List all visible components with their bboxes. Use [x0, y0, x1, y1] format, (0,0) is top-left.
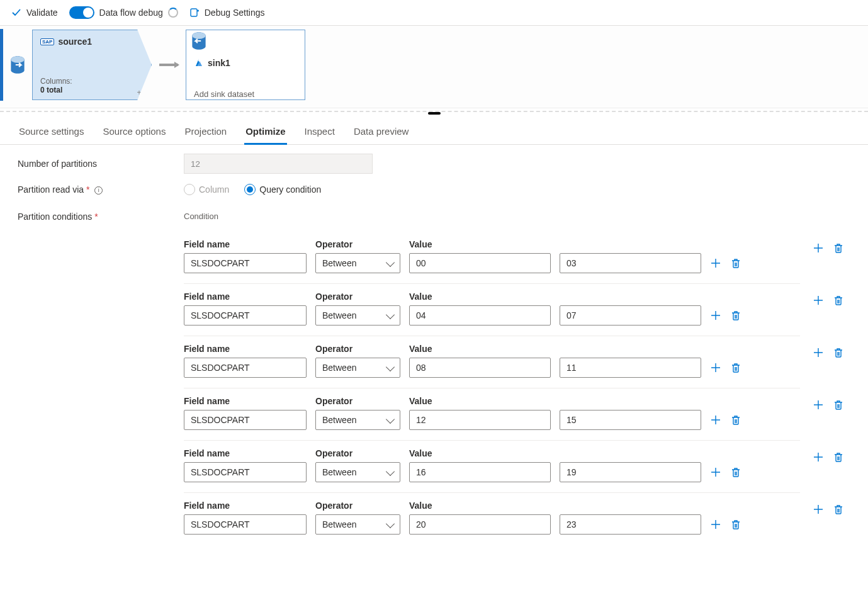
value-to-input[interactable]	[560, 410, 701, 430]
field-name-input[interactable]	[184, 358, 307, 378]
value-from-input[interactable]	[409, 514, 551, 535]
operator-select[interactable]: Between	[315, 253, 400, 273]
add-group-button[interactable]	[813, 451, 824, 463]
condition-row: Field name Operator Between Value	[184, 283, 800, 336]
field-name-label: Field name	[184, 344, 307, 354]
field-name-input[interactable]	[184, 462, 307, 482]
tab-projection[interactable]: Projection	[183, 122, 228, 144]
value-from-input[interactable]	[409, 358, 551, 378]
conditions-label: Partition conditions	[18, 212, 92, 222]
value-from-input[interactable]	[409, 462, 551, 482]
radio-query[interactable]: Query condition	[244, 184, 321, 195]
field-name-input[interactable]	[184, 410, 307, 430]
add-transform-button[interactable]: +	[135, 88, 144, 97]
add-condition-button[interactable]	[710, 258, 721, 269]
value-to-input[interactable]	[560, 514, 701, 535]
delete-condition-button[interactable]	[730, 258, 741, 269]
operator-label: Operator	[315, 396, 400, 406]
operator-value: Between	[322, 363, 356, 373]
delete-group-button[interactable]	[833, 451, 844, 463]
condition-heading: Condition	[184, 212, 850, 221]
debug-settings-button[interactable]: Debug Settings	[189, 8, 265, 18]
value-to-input[interactable]	[560, 305, 701, 325]
value-label: Value	[409, 501, 551, 511]
operator-value: Between	[322, 258, 356, 268]
optimize-form: Number of partitions Partition read via …	[0, 145, 868, 570]
debug-toggle[interactable]	[69, 6, 94, 19]
columns-label: Columns:	[40, 77, 72, 86]
field-name-input[interactable]	[184, 514, 307, 535]
delete-group-button[interactable]	[833, 295, 844, 306]
add-condition-button[interactable]	[710, 310, 721, 321]
num-partitions-input[interactable]	[184, 154, 373, 174]
debug-settings-label: Debug Settings	[205, 8, 265, 18]
radio-column-label: Column	[199, 184, 229, 195]
operator-select[interactable]: Between	[315, 462, 400, 482]
operator-select[interactable]: Between	[315, 514, 400, 535]
value-to-input[interactable]	[560, 462, 701, 482]
value-to-label-spacer	[560, 344, 701, 354]
value-from-input[interactable]	[409, 253, 551, 273]
sink-node[interactable]: sink1 Add sink dataset	[186, 30, 305, 100]
value-to-input[interactable]	[560, 358, 701, 378]
validate-label: Validate	[26, 8, 58, 18]
value-to-input[interactable]	[560, 253, 701, 273]
validate-button[interactable]: Validate	[11, 8, 58, 18]
value-label: Value	[409, 448, 551, 458]
add-condition-button[interactable]	[710, 414, 721, 426]
delete-condition-button[interactable]	[730, 362, 741, 373]
num-partitions-label: Number of partitions	[18, 159, 169, 169]
add-group-button[interactable]	[813, 399, 824, 410]
debug-toggle-group: Data flow debug	[69, 6, 178, 19]
operator-value: Between	[322, 467, 356, 477]
value-from-input[interactable]	[409, 410, 551, 430]
info-icon[interactable]: i	[94, 186, 103, 195]
value-label: Value	[409, 292, 551, 302]
operator-select[interactable]: Between	[315, 358, 400, 378]
operator-value: Between	[322, 310, 356, 320]
tab-inspect[interactable]: Inspect	[303, 122, 336, 144]
add-group-button[interactable]	[813, 347, 824, 358]
add-condition-button[interactable]	[710, 467, 721, 478]
field-name-input[interactable]	[184, 253, 307, 273]
delete-group-button[interactable]	[833, 399, 844, 410]
delete-group-button[interactable]	[833, 347, 844, 358]
chevron-down-icon	[386, 362, 395, 371]
tab-data-preview[interactable]: Data preview	[352, 122, 410, 144]
debug-toggle-label: Data flow debug	[99, 8, 163, 18]
value-label: Value	[409, 396, 551, 406]
add-group-button[interactable]	[813, 295, 824, 306]
resize-handle[interactable]	[428, 112, 441, 115]
operator-label: Operator	[315, 448, 400, 458]
operator-select[interactable]: Between	[315, 410, 400, 430]
dataflow-canvas[interactable]: SAP source1 Columns: 0 total + sink1 Add	[0, 26, 868, 108]
field-name-label: Field name	[184, 448, 307, 458]
sink-hint: Add sink dataset	[194, 89, 297, 99]
delete-condition-button[interactable]	[730, 467, 741, 478]
chevron-down-icon	[386, 414, 395, 423]
tab-source-settings[interactable]: Source settings	[18, 122, 85, 144]
add-condition-button[interactable]	[710, 362, 721, 373]
delete-condition-button[interactable]	[730, 414, 741, 426]
value-from-input[interactable]	[409, 305, 551, 325]
operator-label: Operator	[315, 239, 400, 249]
value-to-label-spacer	[560, 396, 701, 406]
condition-row: Field name Operator Between Value	[184, 336, 800, 388]
field-name-input[interactable]	[184, 305, 307, 325]
tab-source-options[interactable]: Source options	[101, 122, 167, 144]
delete-condition-button[interactable]	[730, 310, 741, 321]
tab-optimize[interactable]: Optimize	[244, 122, 286, 145]
add-condition-button[interactable]	[710, 519, 721, 530]
delete-group-button[interactable]	[833, 242, 844, 254]
source-node[interactable]: SAP source1 Columns: 0 total +	[32, 30, 152, 100]
delete-group-button[interactable]	[833, 504, 844, 515]
radio-query-label: Query condition	[259, 184, 321, 195]
radio-column[interactable]: Column	[184, 184, 229, 195]
read-via-radio-group: Column Query condition	[184, 184, 321, 195]
field-name-label: Field name	[184, 501, 307, 511]
operator-select[interactable]: Between	[315, 305, 400, 325]
add-group-button[interactable]	[813, 242, 824, 254]
delete-condition-button[interactable]	[730, 519, 741, 530]
operator-label: Operator	[315, 292, 400, 302]
add-group-button[interactable]	[813, 504, 824, 515]
